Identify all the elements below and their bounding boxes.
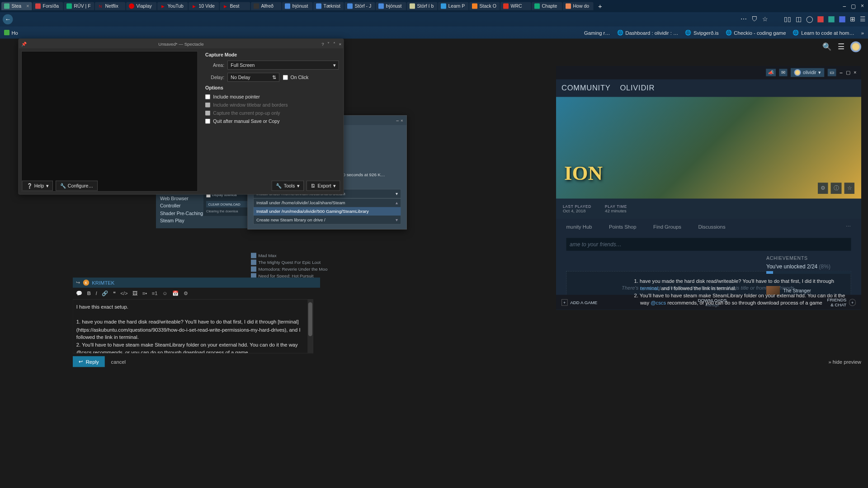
steam-nav-user[interactable]: OLIVIDIR: [620, 84, 655, 93]
info-icon[interactable]: ⓘ: [831, 183, 842, 194]
minimize-icon[interactable]: ‒: [843, 3, 846, 9]
subnav-discuss[interactable]: Discussions: [698, 224, 725, 230]
browser-tab[interactable]: Viaplay: [126, 2, 157, 10]
ext-icon[interactable]: [828, 16, 835, 23]
bookmark-item[interactable]: 🌐Svipgerð.is: [685, 29, 718, 36]
bookmark-item[interactable]: 🌐Learn to code at hom…: [793, 29, 854, 36]
install-location-option[interactable]: Create new Steam library on drive /▾: [254, 216, 401, 224]
configure-button[interactable]: 🔧Configure…: [56, 181, 98, 191]
bookmark-item[interactable]: Gaming r…: [584, 30, 610, 36]
menu-icon[interactable]: ☰: [860, 16, 865, 23]
star-icon[interactable]: ☆: [844, 183, 855, 194]
browser-tab[interactable]: WRC: [500, 2, 531, 10]
browser-tab[interactable]: Learn P: [438, 2, 469, 10]
minimize-icon[interactable]: ˅: [327, 41, 330, 46]
close-icon[interactable]: ×: [339, 41, 342, 46]
cancel-link[interactable]: cancel: [111, 359, 126, 365]
scrollbar[interactable]: [307, 300, 313, 353]
browser-tab[interactable]: Störf - J: [344, 2, 375, 10]
tab-close-icon[interactable]: ×: [26, 4, 29, 9]
view-icon[interactable]: ▭: [828, 69, 836, 76]
browser-tab[interactable]: RÚV | F: [64, 2, 94, 10]
new-tab-button[interactable]: +: [594, 2, 606, 10]
browser-tab[interactable]: Alfreð: [251, 2, 282, 10]
browser-tab[interactable]: Chapte: [532, 2, 562, 10]
area-select[interactable]: Full Screen▾: [228, 61, 339, 70]
browser-tab[interactable]: Störf í b: [407, 2, 438, 10]
minimize-icon[interactable]: ‒: [840, 70, 843, 75]
ext-icon[interactable]: [839, 16, 845, 23]
browser-tab[interactable]: Tæknist: [313, 2, 344, 10]
ext-grid-icon[interactable]: ⊞: [850, 16, 855, 23]
search-icon[interactable]: 🔍: [822, 42, 831, 52]
on-click-checkbox[interactable]: [283, 75, 288, 80]
ul-icon[interactable]: ≡•: [142, 291, 147, 297]
install-location-option[interactable]: Install under /run/media/olividir/500 Ga…: [254, 207, 401, 216]
library-icon[interactable]: ▯▯: [784, 16, 791, 23]
browser-tab[interactable]: Stack O: [469, 2, 500, 10]
announce-icon[interactable]: 📣: [766, 69, 776, 76]
terminal-link[interactable]: terminal: [640, 286, 658, 291]
game-list-item[interactable]: Momodora: Reverie Under the Moo: [251, 266, 339, 272]
delay-select[interactable]: No Delay⇅: [228, 73, 279, 82]
bookmarks-overflow-icon[interactable]: »: [861, 30, 864, 36]
game-list-item[interactable]: Mad Max: [251, 252, 339, 259]
overflow-icon[interactable]: ⋯: [741, 16, 747, 23]
browser-tab[interactable]: Forsíða: [33, 2, 63, 10]
account-icon[interactable]: ◯: [806, 16, 813, 23]
calendar-icon[interactable]: 📅: [172, 291, 179, 297]
close-icon[interactable]: ×: [401, 118, 403, 123]
friend-recommend-input[interactable]: ame to your friends…: [566, 238, 851, 251]
mention-link[interactable]: @cscs: [651, 300, 666, 305]
tools-button[interactable]: 🔧Tools▾: [272, 181, 304, 191]
ol-icon[interactable]: ≡1: [152, 291, 158, 297]
gear-icon[interactable]: ⚙: [818, 183, 828, 194]
browser-tab[interactable]: Stea×: [1, 2, 32, 10]
maximize-icon[interactable]: ▢: [846, 70, 850, 75]
reply-button[interactable]: ↩Reply: [73, 356, 105, 367]
browser-tab[interactable]: ▶10 Vide: [189, 2, 219, 10]
scrollbar-thumb[interactable]: [308, 302, 312, 336]
maximize-icon[interactable]: ˄: [333, 41, 335, 46]
settings-item[interactable]: Steam Play: [160, 217, 244, 225]
forum-editor[interactable]: I have this exact setup. 1. have you mad…: [73, 299, 314, 353]
blockquote-icon[interactable]: ❝: [113, 291, 116, 297]
subnav-groups[interactable]: Find Groups: [653, 224, 681, 230]
ext-icon[interactable]: [817, 16, 824, 23]
include-pointer-checkbox[interactable]: [205, 94, 210, 99]
inbox-icon[interactable]: ✉: [779, 69, 788, 76]
emoji-icon[interactable]: ☺: [162, 291, 167, 297]
link-icon[interactable]: 🔗: [102, 291, 108, 297]
quote-icon[interactable]: 💬: [76, 291, 82, 297]
subnav-points[interactable]: Points Shop: [609, 224, 637, 230]
bookmark-item[interactable]: 🌐Dashboard : olividir : …: [617, 29, 679, 36]
browser-tab[interactable]: ▶Best: [220, 2, 250, 10]
minimize-icon[interactable]: ‒: [396, 118, 399, 123]
export-button[interactable]: 🖻Export▾: [307, 181, 340, 191]
forum-username[interactable]: KRIMTEK: [92, 280, 114, 286]
italic-icon[interactable]: I: [95, 291, 97, 297]
browser-tab[interactable]: NNetflix: [95, 2, 126, 10]
bold-icon[interactable]: B: [87, 291, 91, 297]
pin-icon[interactable]: 📌: [21, 41, 27, 46]
star-icon[interactable]: ☆: [762, 16, 768, 23]
gear-icon[interactable]: ⚙: [184, 291, 188, 297]
menu-icon[interactable]: ☰: [838, 42, 844, 52]
steam-user-menu[interactable]: olividir▾: [791, 68, 824, 77]
close-icon[interactable]: ×: [861, 3, 864, 9]
bookmark-item[interactable]: 🌐Checkio - coding game: [726, 29, 786, 36]
browser-tab[interactable]: Þjónust: [376, 2, 406, 10]
steam-nav-community[interactable]: COMMUNITY: [561, 84, 610, 93]
browser-tab[interactable]: How do: [563, 2, 594, 10]
bookmark-item[interactable]: Ho: [4, 30, 18, 36]
browser-tab[interactable]: Þjónust: [282, 2, 313, 10]
hide-preview-link[interactable]: » hide preview: [828, 359, 861, 365]
avatar[interactable]: [850, 42, 861, 52]
subnav-hub[interactable]: munity Hub: [566, 224, 592, 230]
image-icon[interactable]: 🖼: [132, 291, 137, 297]
help-button[interactable]: ❔Help▾: [22, 181, 53, 191]
code-icon[interactable]: </>: [120, 291, 127, 297]
quit-after-save-checkbox[interactable]: [205, 118, 210, 123]
clear-download-button[interactable]: CLEAR DOWNLOAD: [206, 201, 248, 207]
shield-icon[interactable]: ⛉: [751, 16, 758, 23]
